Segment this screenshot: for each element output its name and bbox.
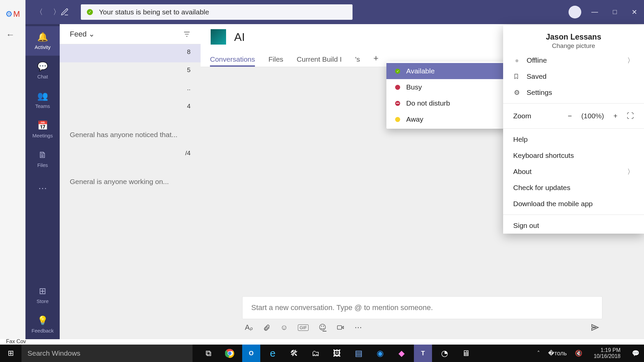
meet-now-icon[interactable]	[336, 324, 344, 331]
zoom-out-button[interactable]: −	[568, 112, 572, 120]
tab-add[interactable]: +	[373, 53, 378, 67]
files-icon: 🗎	[38, 150, 47, 160]
tray-volume-icon[interactable]: 🔇	[575, 350, 582, 357]
profile-about[interactable]: About〉	[503, 164, 644, 180]
tab-extra[interactable]: 's	[355, 55, 360, 67]
rail-chat[interactable]: 💬 Chat	[25, 56, 60, 85]
window-maximize-icon[interactable]: □	[613, 8, 617, 16]
taskbar-tools-icon[interactable]: 🛠	[285, 345, 303, 362]
taskbar-app2-icon[interactable]: ◉	[371, 345, 389, 362]
nav-back-icon[interactable]: 〈	[36, 7, 43, 17]
status-available-label: Available	[406, 67, 435, 75]
status-dnd-label: Do not disturb	[406, 99, 450, 107]
feed-count: ..	[187, 84, 191, 92]
taskbar-chrome-icon[interactable]	[221, 345, 239, 362]
status-available[interactable]: ✓ Available	[386, 63, 509, 79]
profile-help[interactable]: Help	[503, 131, 644, 147]
zoom-label: Zoom	[513, 112, 531, 120]
rail-feedback-label: Feedback	[32, 328, 54, 334]
taskbar-outlook-icon[interactable]: O	[242, 345, 260, 362]
profile-avatar[interactable]	[569, 6, 581, 18]
action-center-icon[interactable]: 💬	[632, 350, 639, 357]
rail-feedback[interactable]: 💡 Feedback	[25, 310, 60, 339]
profile-settings[interactable]: ⚙ Settings	[503, 84, 644, 101]
store-icon: ⊞	[39, 286, 46, 296]
profile-saved-label: Saved	[527, 72, 547, 80]
rail-activity[interactable]: 🔔 Activity	[25, 26, 60, 56]
start-button[interactable]: ⊞	[0, 345, 21, 362]
feed-item[interactable]: 4 General has anyone noticed that...	[60, 99, 201, 145]
compose-icon[interactable]	[60, 8, 69, 16]
rail-more[interactable]: ⋯	[25, 174, 60, 203]
status-busy[interactable]: Busy	[386, 79, 509, 95]
window-minimize-icon[interactable]: —	[591, 8, 598, 16]
tab-current-build[interactable]: Current Build I	[297, 55, 342, 67]
chat-icon: 💬	[37, 61, 48, 72]
format-icon[interactable]: Aᵨ	[245, 323, 253, 332]
gif-icon[interactable]: GIF	[298, 324, 309, 331]
profile-signout[interactable]: Sign out	[503, 218, 644, 234]
emoji-icon[interactable]: ☺	[280, 323, 288, 332]
away-dot-icon	[395, 117, 400, 122]
tab-conversations[interactable]: Conversations	[210, 55, 255, 67]
composer-area: Start a new conversation. Type @ to ment…	[242, 296, 602, 336]
feed-item[interactable]: ..	[60, 80, 201, 99]
status-away[interactable]: Away	[386, 111, 509, 127]
window-close-icon[interactable]: ✕	[632, 8, 637, 16]
more-icon[interactable]: ⋯	[355, 323, 362, 332]
taskbar-explorer-icon[interactable]: 🗂	[307, 345, 325, 362]
taskbar-app1-icon[interactable]: ▤	[350, 345, 368, 362]
gmail-icon[interactable]: M	[13, 9, 20, 19]
gear-icon[interactable]: ⚙	[5, 9, 13, 19]
taskbar-date: 10/16/2018	[594, 353, 621, 359]
send-icon[interactable]	[590, 323, 600, 332]
rail-teams[interactable]: 👥 Teams	[25, 85, 60, 115]
nav-forward-icon[interactable]: 〉	[53, 7, 60, 17]
rail-store[interactable]: ⊞ Store	[25, 280, 60, 310]
check-icon: ✓	[87, 9, 93, 15]
task-view-icon[interactable]: ⧉	[199, 345, 217, 362]
filter-icon[interactable]	[183, 31, 191, 38]
profile-saved[interactable]: Saved	[503, 68, 644, 84]
taskbar-app4-icon[interactable]: ◔	[435, 345, 453, 362]
tab-files[interactable]: Files	[268, 55, 283, 67]
settings-gear-icon: ⚙	[513, 88, 521, 97]
feed-item[interactable]: /4 General is anyone working on...	[60, 145, 201, 192]
change-picture-link[interactable]: Change picture	[513, 42, 634, 50]
taskbar-clock[interactable]: 1:19 PM 10/16/2018	[590, 347, 624, 359]
tray-chevron-icon[interactable]: ˄	[537, 350, 540, 357]
zoom-in-button[interactable]: +	[613, 112, 618, 120]
profile-name: Jason Lessans	[513, 33, 634, 42]
app-rail: 🔔 Activity 💬 Chat 👥 Teams 📅 Meetings 🗎 F…	[25, 24, 60, 339]
offline-dot-icon: ●	[513, 57, 521, 64]
bell-icon: 🔔	[37, 32, 48, 42]
taskbar-photos-icon[interactable]: 🖼	[328, 345, 346, 362]
attach-icon[interactable]	[263, 324, 270, 331]
rail-files[interactable]: 🗎 Files	[25, 144, 60, 174]
rail-meetings[interactable]: 📅 Meetings	[25, 115, 60, 144]
feed-dropdown[interactable]: Feed ⌄	[70, 30, 95, 39]
sticker-icon[interactable]: ☺̲	[319, 323, 326, 332]
tray-wifi-icon[interactable]: �толь	[548, 350, 567, 357]
composer-input[interactable]: Start a new conversation. Type @ to ment…	[242, 296, 602, 319]
feed-item[interactable]: 5	[60, 62, 201, 80]
available-dot-icon: ✓	[395, 69, 400, 74]
taskbar-search[interactable]: Search Windows	[21, 345, 193, 362]
status-dnd[interactable]: Do not disturb	[386, 95, 509, 111]
channel-name: AI	[234, 31, 245, 44]
feed-panel: Feed ⌄ 8 5 .. 4 General has anyone notic…	[60, 24, 201, 339]
browser-back-icon[interactable]: ←	[6, 29, 15, 40]
taskbar-app5-icon[interactable]: 🖥	[457, 345, 475, 362]
composer-toolbar: Aᵨ ☺ GIF ☺̲ ⋯	[242, 319, 602, 336]
profile-shortcuts[interactable]: Keyboard shortcuts	[503, 147, 644, 164]
feed-item[interactable]: 8	[60, 44, 201, 62]
taskbar-app3-icon[interactable]: ◆	[392, 345, 411, 362]
taskbar-teams-icon[interactable]: T	[414, 345, 432, 362]
taskbar-edge-icon[interactable]: e	[264, 345, 282, 362]
fullscreen-icon[interactable]: ⛶	[627, 112, 634, 120]
profile-updates[interactable]: Check for updates	[503, 180, 644, 196]
rail-meetings-label: Meetings	[33, 133, 53, 138]
feed-header: Feed ⌄	[60, 24, 201, 44]
profile-status-row[interactable]: ● Offline 〉	[503, 52, 644, 68]
profile-download[interactable]: Download the mobile app	[503, 196, 644, 212]
